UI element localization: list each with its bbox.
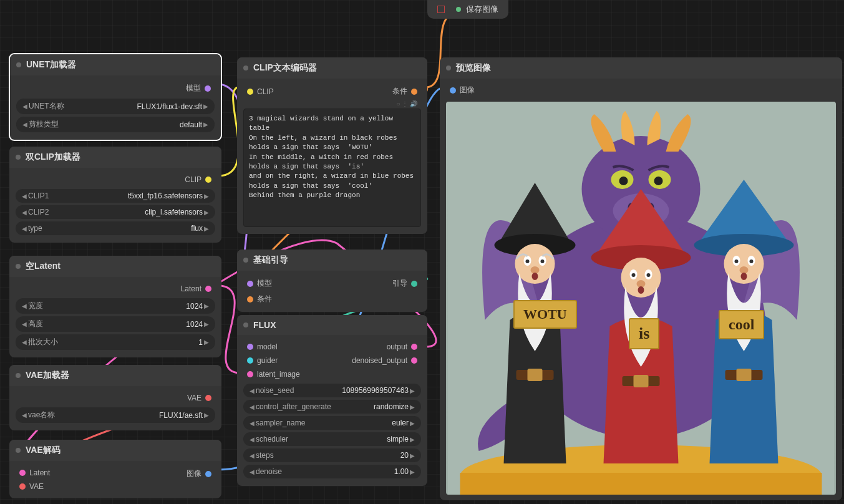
arrow-right-icon[interactable]: ▶: [203, 225, 210, 232]
arrow-left-icon[interactable]: ◀: [248, 387, 256, 394]
svg-point-8: [654, 177, 663, 185]
arrow-left-icon[interactable]: ◀: [21, 209, 28, 216]
arrow-left-icon[interactable]: ◀: [21, 339, 28, 346]
node-header-dot-icon: [243, 258, 248, 263]
output-port-latent[interactable]: Latent: [16, 282, 215, 296]
node-basic-guidance[interactable]: 基础引导 模型 条件 引导: [237, 250, 427, 312]
arrow-right-icon[interactable]: ▶: [203, 193, 210, 200]
output-port-guider[interactable]: 引导: [392, 276, 421, 291]
arrow-left-icon[interactable]: ◀: [21, 321, 28, 327]
arrow-right-icon[interactable]: ▶: [409, 468, 416, 475]
node-unet-loader[interactable]: UNET加载器 模型 ◀ UNET名称 FLUX1/flux1-dev.sft …: [9, 54, 221, 140]
svg-point-17: [541, 259, 545, 263]
input-port-conditioning[interactable]: 条件: [243, 291, 272, 307]
node-header-dot-icon: [446, 65, 451, 70]
arrow-right-icon[interactable]: ▶: [203, 303, 210, 309]
widget-vae-name[interactable]: ◀ vae名称 FLUX1/ae.sft ▶: [16, 407, 215, 423]
arrow-right-icon[interactable]: ▶: [203, 321, 210, 327]
node-empty-latent[interactable]: 空Latent Latent ◀ 宽度 1024 ▶ ◀ 高度 1024 ▶ ◀…: [9, 256, 221, 357]
arrow-right-icon[interactable]: ▶: [202, 121, 210, 128]
input-port-guider[interactable]: guider: [243, 354, 300, 367]
node-header[interactable]: UNET加载器: [10, 54, 221, 75]
input-port-latent-image[interactable]: latent_image: [243, 367, 300, 381]
node-flux-sampler[interactable]: FLUX model guider latent_image o: [237, 315, 427, 486]
arrow-left-icon[interactable]: ◀: [248, 420, 256, 427]
widget-sampler-name[interactable]: ◀ sampler_name euler ▶: [243, 416, 421, 430]
arrow-right-icon[interactable]: ▶: [409, 420, 416, 427]
arrow-left-icon[interactable]: ◀: [21, 225, 28, 232]
input-port-clip[interactable]: CLIP: [243, 84, 274, 99]
widget-noise-seed[interactable]: ◀ noise_seed 1089569969507463 ▶: [243, 384, 421, 397]
arrow-left-icon[interactable]: ◀: [21, 303, 28, 309]
input-port-vae[interactable]: VAE: [16, 480, 50, 493]
input-port-latent[interactable]: Latent: [16, 466, 50, 480]
widget-steps[interactable]: ◀ steps 20 ▶: [243, 448, 421, 462]
node-header[interactable]: 空Latent: [9, 256, 221, 277]
node-dual-clip-loader[interactable]: 双CLIP加载器 CLIP ◀ CLIP1 t5xxl_fp16.safeten…: [9, 147, 221, 243]
node-header[interactable]: VAE加载器: [9, 365, 221, 386]
save-image-port-icon: [456, 7, 461, 12]
input-port-model[interactable]: model: [243, 340, 300, 354]
svg-rect-2: [460, 473, 822, 495]
arrow-left-icon[interactable]: ◀: [248, 468, 256, 475]
arrow-right-icon[interactable]: ▶: [409, 452, 416, 459]
arrow-right-icon[interactable]: ▶: [203, 209, 210, 216]
arrow-left-icon[interactable]: ◀: [248, 452, 256, 459]
save-image-widget[interactable]: 保存图像: [427, 0, 508, 19]
node-header[interactable]: 基础引导: [237, 250, 427, 271]
port-dot-icon: [247, 281, 253, 287]
arrow-left-icon[interactable]: ◀: [21, 412, 28, 419]
arrow-left-icon[interactable]: ◀: [248, 436, 256, 443]
node-header[interactable]: 双CLIP加载器: [9, 147, 221, 168]
node-vae-decode[interactable]: VAE解码 Latent VAE 图像: [9, 440, 221, 498]
arrow-right-icon[interactable]: ▶: [409, 436, 416, 443]
output-port-image[interactable]: 图像: [187, 466, 215, 482]
widget-prune-type[interactable]: ◀ 剪枝类型 default ▶: [16, 117, 215, 132]
port-dot-icon: [450, 87, 456, 94]
output-port-denoised[interactable]: denoised_output: [352, 354, 421, 367]
arrow-right-icon[interactable]: ▶: [409, 404, 416, 410]
arrow-right-icon[interactable]: ▶: [202, 103, 210, 110]
widget-control-after-generate[interactable]: ◀ control_after_generate randomize ▶: [243, 400, 421, 414]
widget-type[interactable]: ◀ type flux ▶: [16, 221, 215, 235]
widget-clip2[interactable]: ◀ CLIP2 clip_l.safetensors ▶: [16, 205, 215, 219]
widget-clip1[interactable]: ◀ CLIP1 t5xxl_fp16.safetensors ▶: [16, 189, 215, 203]
widget-scheduler[interactable]: ◀ scheduler simple ▶: [243, 432, 421, 446]
svg-point-37: [750, 259, 754, 263]
output-port-conditioning[interactable]: 条件: [392, 84, 421, 99]
arrow-right-icon[interactable]: ▶: [203, 339, 210, 346]
node-title: CLIP文本编码器: [253, 62, 317, 74]
node-preview-image[interactable]: 预览图像 图像: [440, 57, 842, 500]
arrow-right-icon[interactable]: ▶: [203, 412, 210, 419]
arrow-left-icon[interactable]: ◀: [21, 193, 28, 200]
arrow-left-icon[interactable]: ◀: [248, 404, 256, 410]
widget-denoise[interactable]: ◀ denoise 1.00 ▶: [243, 465, 421, 478]
input-port-model[interactable]: 模型: [243, 276, 272, 291]
svg-point-16: [526, 259, 530, 263]
widget-batch-size[interactable]: ◀ 批次大小 1 ▶: [16, 334, 215, 350]
output-port-vae[interactable]: VAE: [16, 391, 215, 405]
input-port-image[interactable]: 图像: [446, 82, 836, 98]
node-header[interactable]: VAE解码: [9, 440, 221, 461]
node-header[interactable]: CLIP文本编码器: [237, 57, 427, 79]
svg-point-7: [619, 177, 628, 185]
sign-is: is: [629, 318, 659, 349]
widget-height[interactable]: ◀ 高度 1024 ▶: [16, 316, 215, 332]
port-dot-icon: [205, 471, 211, 477]
node-vae-loader[interactable]: VAE加载器 VAE ◀ vae名称 FLUX1/ae.sft ▶: [9, 365, 221, 430]
node-header-dot-icon: [243, 65, 248, 70]
node-header[interactable]: FLUX: [237, 315, 427, 335]
widget-unet-name[interactable]: ◀ UNET名称 FLUX1/flux1-dev.sft ▶: [16, 99, 215, 114]
node-header[interactable]: 预览图像: [440, 57, 842, 79]
output-port-model[interactable]: 模型: [16, 80, 215, 96]
arrow-left-icon[interactable]: ◀: [21, 121, 29, 128]
node-clip-text-encode[interactable]: CLIP文本编码器 CLIP 条件 ○ ⋮ 🔊: [237, 57, 427, 234]
port-dot-icon: [19, 483, 26, 490]
arrow-right-icon[interactable]: ▶: [409, 387, 416, 394]
prompt-text-input[interactable]: [243, 109, 421, 227]
svg-rect-41: [737, 369, 752, 381]
output-port-output[interactable]: output: [352, 340, 421, 354]
widget-width[interactable]: ◀ 宽度 1024 ▶: [16, 298, 215, 314]
arrow-left-icon[interactable]: ◀: [21, 103, 29, 110]
output-port-clip[interactable]: CLIP: [16, 173, 215, 187]
